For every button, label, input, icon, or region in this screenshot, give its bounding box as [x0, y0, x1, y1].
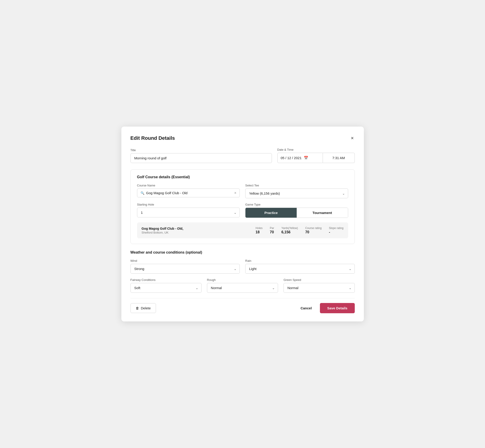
green-speed-group: Green Speed Slow Normal Fast ⌄ [283, 278, 355, 293]
cancel-button[interactable]: Cancel [297, 304, 315, 313]
slope-rating-value: - [329, 230, 330, 234]
fairway-select-wrap: Soft Normal Hard ⌄ [130, 283, 202, 293]
time-input[interactable]: 7:31 AM [323, 153, 355, 163]
delete-button[interactable]: 🗑 Delete [130, 303, 156, 313]
course-info-bar: Gog Magog Golf Club - Old, Shelford Bott… [137, 222, 348, 238]
close-button[interactable]: × [350, 135, 355, 142]
yards-value: 6,156 [282, 230, 291, 234]
select-tee-dropdown[interactable]: Yellow (6,156 yards) Red White [245, 189, 348, 198]
course-rating-label: Course rating [305, 226, 322, 230]
golf-course-section: Golf Course details (Essential) Course N… [130, 169, 355, 244]
game-type-group: Game Type Practice Tournament [245, 203, 348, 218]
rough-select-wrap: Short Normal Long ⌄ [207, 283, 278, 293]
trash-icon: 🗑 [136, 306, 139, 310]
delete-label: Delete [141, 306, 151, 310]
weather-section: Weather and course conditions (optional)… [130, 250, 355, 293]
starting-hole-label: Starting Hole [137, 203, 240, 206]
clear-course-button[interactable]: × [234, 191, 236, 195]
top-row: Title Date & Time 05 / 12 / 2021 📅 7:31 … [130, 148, 355, 163]
starting-hole-dropdown[interactable]: 1 10 [137, 208, 240, 217]
fairway-dropdown[interactable]: Soft Normal Hard [130, 283, 202, 293]
course-fields-row2: Starting Hole 1 10 ⌄ Game Type Practice … [137, 203, 348, 218]
slope-rating-stat: Slope rating - [329, 226, 343, 234]
datetime-field-group: Date & Time 05 / 12 / 2021 📅 7:31 AM [277, 148, 355, 163]
game-type-toggle: Practice Tournament [245, 208, 348, 218]
green-speed-dropdown[interactable]: Slow Normal Fast [283, 283, 355, 293]
edit-round-modal: Edit Round Details × Title Date & Time 0… [121, 127, 364, 321]
wind-dropdown[interactable]: None Light Moderate Strong [130, 264, 240, 274]
modal-title: Edit Round Details [130, 135, 175, 141]
course-name-group: Course Name 🔍 × [137, 184, 240, 198]
wind-label: Wind [130, 259, 240, 263]
starting-hole-wrap: 1 10 ⌄ [137, 208, 240, 217]
course-name-display: Gog Magog Golf Club - Old, [142, 227, 248, 230]
course-name-label: Course Name [137, 184, 240, 187]
fairway-group: Fairway Conditions Soft Normal Hard ⌄ [130, 278, 202, 293]
tournament-button[interactable]: Tournament [297, 208, 348, 218]
title-label: Title [130, 148, 272, 152]
yards-stat: Yards(Yellow) 6,156 [282, 226, 298, 234]
green-speed-label: Green Speed [283, 278, 355, 282]
rain-select-wrap: None Light Moderate Heavy ⌄ [245, 264, 355, 274]
rain-dropdown[interactable]: None Light Moderate Heavy [245, 264, 355, 274]
select-tee-group: Select Tee Yellow (6,156 yards) Red Whit… [245, 184, 348, 198]
weather-row-1: Wind None Light Moderate Strong ⌄ Rain N… [130, 259, 355, 274]
course-rating-value: 70 [305, 230, 309, 234]
date-value: 05 / 12 / 2021 [281, 156, 302, 160]
yards-label: Yards(Yellow) [282, 226, 298, 230]
select-tee-label: Select Tee [245, 184, 348, 187]
slope-rating-label: Slope rating [329, 226, 343, 230]
weather-row-2: Fairway Conditions Soft Normal Hard ⌄ Ro… [130, 278, 355, 293]
search-icon: 🔍 [140, 191, 144, 195]
save-button[interactable]: Save Details [320, 303, 355, 313]
course-rating-stat: Course rating 70 [305, 226, 322, 234]
title-field-group: Title [130, 148, 272, 163]
modal-header: Edit Round Details × [130, 135, 355, 142]
par-label: Par [270, 226, 274, 230]
footer-right: Cancel Save Details [297, 303, 355, 313]
title-input[interactable] [130, 153, 272, 163]
course-fields-row1: Course Name 🔍 × Select Tee Yellow (6,156… [137, 184, 348, 198]
rough-group: Rough Short Normal Long ⌄ [207, 278, 278, 293]
holes-stat: Holes 18 [256, 226, 263, 234]
rain-label: Rain [245, 259, 355, 263]
course-info-name-location: Gog Magog Golf Club - Old, Shelford Bott… [142, 227, 248, 234]
green-speed-select-wrap: Slow Normal Fast ⌄ [283, 283, 355, 293]
calendar-icon: 📅 [304, 156, 308, 160]
rain-group: Rain None Light Moderate Heavy ⌄ [245, 259, 355, 274]
holes-value: 18 [256, 230, 259, 234]
starting-hole-group: Starting Hole 1 10 ⌄ [137, 203, 240, 218]
datetime-label: Date & Time [277, 148, 355, 151]
select-tee-wrap: Yellow (6,156 yards) Red White ⌄ [245, 189, 348, 198]
par-value: 70 [270, 230, 274, 234]
rough-dropdown[interactable]: Short Normal Long [207, 283, 278, 293]
footer-row: 🗑 Delete Cancel Save Details [130, 298, 355, 313]
game-type-label: Game Type [245, 203, 348, 206]
weather-title: Weather and course conditions (optional) [130, 250, 355, 255]
par-stat: Par 70 [270, 226, 274, 234]
datetime-inputs: 05 / 12 / 2021 📅 7:31 AM [277, 153, 355, 163]
practice-button[interactable]: Practice [245, 208, 297, 218]
time-value: 7:31 AM [332, 156, 345, 160]
wind-select-wrap: None Light Moderate Strong ⌄ [130, 264, 240, 274]
course-location-display: Shelford Bottom, UK [142, 231, 248, 234]
holes-label: Holes [256, 226, 263, 230]
course-name-input[interactable] [146, 191, 233, 195]
course-name-search[interactable]: 🔍 × [137, 189, 240, 197]
golf-course-title: Golf Course details (Essential) [137, 175, 348, 179]
date-input[interactable]: 05 / 12 / 2021 📅 [277, 153, 323, 163]
wind-group: Wind None Light Moderate Strong ⌄ [130, 259, 240, 274]
fairway-label: Fairway Conditions [130, 278, 202, 282]
rough-label: Rough [207, 278, 278, 282]
